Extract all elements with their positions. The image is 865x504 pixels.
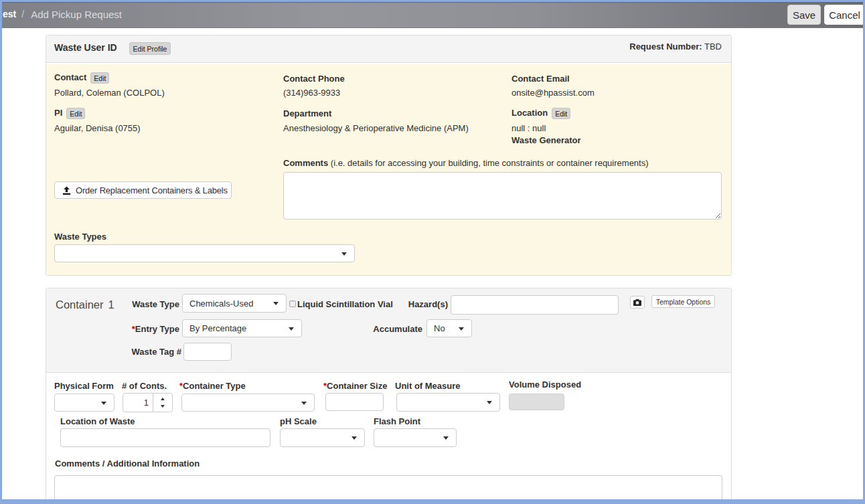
container-size-input[interactable] xyxy=(325,393,384,411)
location-of-waste-input[interactable] xyxy=(60,428,270,447)
location-edit-button[interactable]: Edit xyxy=(552,108,570,119)
lsv-checkbox[interactable] xyxy=(289,301,296,307)
physical-form-label: Physical Form xyxy=(54,381,114,391)
breadcrumb: est / Add Pickup Request xyxy=(3,3,122,25)
waste-user-panel xyxy=(46,35,732,276)
container-title: Container1 xyxy=(56,299,114,311)
chevron-down-icon xyxy=(443,436,449,440)
chevron-down-icon xyxy=(273,302,279,305)
camera-button[interactable] xyxy=(630,296,645,309)
camera-icon xyxy=(633,299,641,306)
pi-field: PI Edit xyxy=(54,108,85,119)
contact-phone-value: (314)963-9933 xyxy=(283,88,340,98)
screen: est / Add Pickup Request Save Cancel Was… xyxy=(0,0,865,504)
comments-textarea[interactable] xyxy=(283,172,722,220)
waste-types-label: Waste Types xyxy=(54,232,106,242)
num-conts-label: # of Conts. xyxy=(122,381,167,391)
waste-type-label: Waste Type xyxy=(107,299,179,309)
location-label: Location xyxy=(512,108,548,118)
container-comments-label: Comments / Additional Information xyxy=(55,458,200,469)
comments-label-row: Comments (i.e. details for accessing you… xyxy=(283,158,649,168)
volume-disposed-input xyxy=(509,394,564,410)
window-frame-left xyxy=(0,0,2,504)
container-size-label-text: Container Size xyxy=(327,381,387,391)
location-value: null : null xyxy=(512,123,546,133)
hazards-input[interactable] xyxy=(451,295,619,315)
comments-label: Comments xyxy=(283,158,328,168)
accumulate-dropdown[interactable]: No xyxy=(426,319,472,337)
pi-edit-button[interactable]: Edit xyxy=(66,108,85,119)
location-field: Location Edit xyxy=(512,108,570,119)
request-number: Request Number: TBD xyxy=(598,41,722,52)
chevron-down-icon xyxy=(301,402,307,405)
comments-hint: (i.e. details for accessing your buildin… xyxy=(331,158,649,168)
waste-type-value: Chemicals-Used xyxy=(189,299,253,309)
entry-type-label-text: Entry Type xyxy=(135,324,179,334)
order-replacement-label: Order Replacement Containers & Labels xyxy=(76,185,228,195)
num-conts-stepper xyxy=(123,393,173,412)
entry-type-dropdown[interactable]: By Percentage xyxy=(182,319,302,337)
chevron-down-icon xyxy=(487,401,492,404)
container-type-label-text: Container Type xyxy=(183,381,246,391)
order-replacement-button[interactable]: Order Replacement Containers & Labels xyxy=(54,181,232,199)
top-bar: est / Add Pickup Request xyxy=(2,2,863,28)
contact-email-value: onsite@hpassist.com xyxy=(512,88,595,98)
unit-of-measure-dropdown[interactable] xyxy=(396,393,500,412)
spinner-down-icon[interactable] xyxy=(161,405,165,408)
department-value: Anesthesiology & Perioperative Medicine … xyxy=(283,123,469,133)
ph-scale-label: pH Scale xyxy=(280,416,317,426)
window-frame-top xyxy=(0,0,865,2)
entry-type-label: *Entry Type xyxy=(107,324,179,334)
container-type-dropdown[interactable] xyxy=(181,394,315,412)
hazards-label: Hazard(s) xyxy=(376,299,448,309)
breadcrumb-current: Add Pickup Request xyxy=(31,9,122,20)
waste-types-dropdown[interactable] xyxy=(54,244,355,262)
flash-point-label: Flash Point xyxy=(374,416,420,426)
chevron-down-icon xyxy=(341,252,347,256)
pi-value: Aguilar, Denisa (0755) xyxy=(54,123,141,133)
container-title-text: Container xyxy=(56,299,104,311)
accumulate-label: Accumulate xyxy=(350,324,422,334)
chevron-down-icon xyxy=(101,402,106,405)
window-frame-bottom xyxy=(0,499,865,504)
ph-scale-dropdown[interactable] xyxy=(280,428,365,447)
contact-value: Pollard, Coleman (COLPOL) xyxy=(54,88,165,98)
entry-type-value: By Percentage xyxy=(189,323,246,333)
contact-edit-button[interactable]: Edit xyxy=(90,72,109,84)
chevron-down-icon xyxy=(289,327,294,331)
contact-phone-label: Contact Phone xyxy=(283,74,345,84)
num-conts-spinner xyxy=(153,394,172,412)
upload-icon xyxy=(62,186,71,195)
department-label: Department xyxy=(283,108,331,118)
edit-profile-button[interactable]: Edit Profile xyxy=(129,42,171,55)
container-type-label: *Container Type xyxy=(179,381,246,391)
contact-email-label: Contact Email xyxy=(512,74,570,84)
chevron-down-icon xyxy=(459,327,464,331)
volume-disposed-label: Volume Disposed xyxy=(509,380,581,390)
save-button[interactable]: Save xyxy=(787,5,821,25)
flash-point-dropdown[interactable] xyxy=(374,428,457,447)
num-conts-input[interactable] xyxy=(123,394,153,412)
pi-label: PI xyxy=(54,108,62,118)
contact-label: Contact xyxy=(54,72,86,82)
chevron-down-icon xyxy=(351,436,357,440)
container-size-label: *Container Size xyxy=(323,381,387,391)
breadcrumb-separator: / xyxy=(21,9,24,19)
location-of-waste-label: Location of Waste xyxy=(60,416,135,426)
location-subvalue: Waste Generator xyxy=(512,135,581,145)
spinner-up-icon[interactable] xyxy=(161,398,165,400)
contact-field: Contact Edit xyxy=(54,72,109,84)
waste-user-title: Waste User ID xyxy=(54,42,117,53)
template-options-button[interactable]: Template Options xyxy=(651,295,715,308)
unit-of-measure-label: Unit of Measure xyxy=(395,381,461,391)
request-number-value: TBD xyxy=(704,41,722,52)
physical-form-dropdown[interactable] xyxy=(54,394,114,412)
waste-tag-input[interactable] xyxy=(183,343,232,361)
accumulate-value: No xyxy=(434,323,445,333)
cancel-button[interactable]: Cancel xyxy=(824,5,865,25)
waste-type-dropdown[interactable]: Chemicals-Used xyxy=(182,294,287,313)
request-number-label: Request Number: xyxy=(629,41,702,52)
waste-tag-label: Waste Tag # xyxy=(109,347,181,357)
breadcrumb-previous[interactable]: est xyxy=(3,9,16,19)
